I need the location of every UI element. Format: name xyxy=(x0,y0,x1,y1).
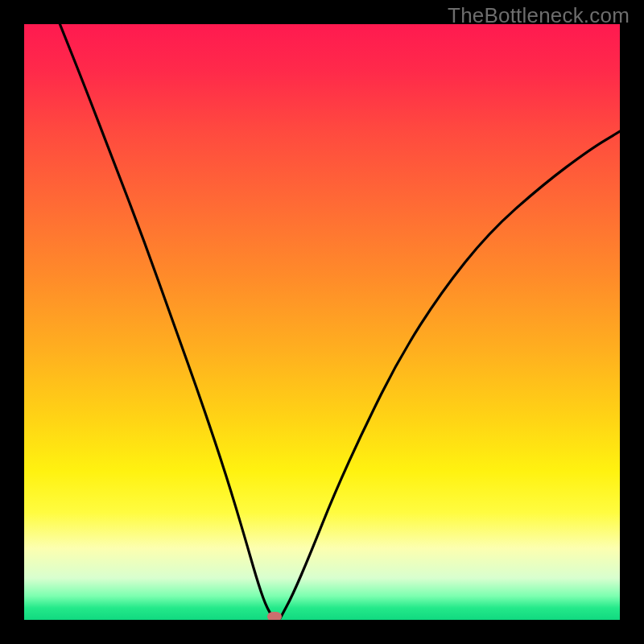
watermark-label: TheBottleneck.com xyxy=(448,3,630,28)
bottleneck-curve xyxy=(24,24,620,620)
plot-area xyxy=(24,24,620,620)
minimum-marker xyxy=(267,612,282,620)
curve-right-branch xyxy=(280,131,620,618)
chart-frame: TheBottleneck.com xyxy=(0,0,644,644)
curve-left-branch xyxy=(60,24,273,618)
